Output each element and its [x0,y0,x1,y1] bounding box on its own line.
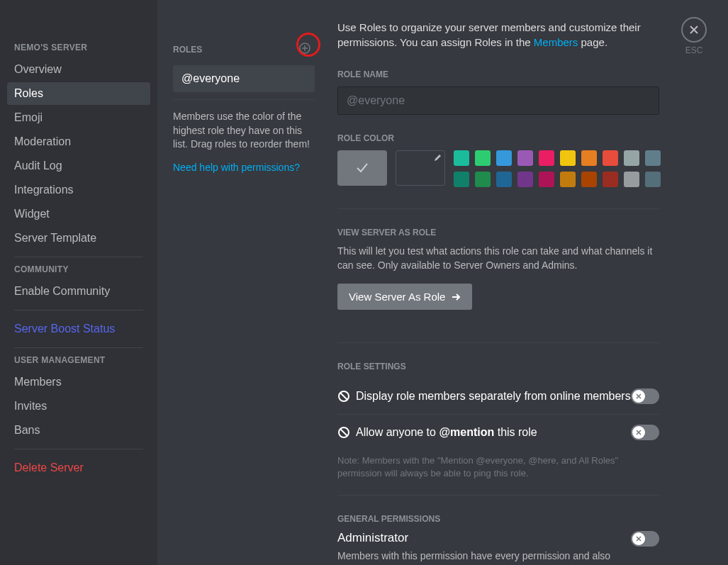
sidebar-item-overview[interactable]: Overview [7,58,150,81]
divider [337,495,659,496]
toggle-knob [632,532,645,545]
prohibited-icon [337,390,350,403]
color-swatch[interactable] [560,150,576,166]
color-swatch[interactable] [560,172,576,187]
setting2-part1: Allow anyone to [356,426,439,438]
role-color-label: ROLE COLOR [337,133,707,143]
sidebar-item-bans[interactable]: Bans [7,419,150,442]
members-link[interactable]: Members [534,36,578,48]
close-icon [688,24,700,35]
setting2-mention: @mention [439,426,494,438]
intro-part2: page. [578,36,607,48]
divider [337,342,659,343]
color-swatch[interactable] [517,150,533,166]
toggle-knob [632,426,645,439]
role-editor-panel: ESC Use Roles to organize your server me… [322,0,728,565]
prohibited-icon [337,426,350,439]
color-swatch[interactable] [645,172,661,187]
community-header: COMMUNITY [7,264,150,280]
role-item-everyone[interactable]: @everyone [173,65,315,92]
color-swatch[interactable] [475,150,491,166]
divider [14,257,143,257]
toggle-display-separately[interactable] [631,388,659,404]
view-as-role-desc: This will let you test what actions this… [337,245,659,272]
divider [14,347,143,348]
color-swatch[interactable] [496,172,512,187]
user-mgmt-header: USER MANAGEMENT [7,355,150,371]
view-btn-label: View Server As Role [349,291,445,303]
divider [173,99,315,100]
divider [337,208,659,209]
permissions-help-link[interactable]: Need help with permissions? [173,162,315,173]
sidebar-item-invites[interactable]: Invites [7,395,150,418]
default-color-swatch[interactable] [337,150,387,186]
permission-administrator-desc: Members with this permission have every … [337,549,631,565]
setting1-label: Display role members separately from onl… [356,390,631,403]
divider [14,310,143,311]
server-name-header: NEMO'S SERVER [7,43,150,58]
toggle-knob [632,390,645,403]
setting-allow-mention: Allow anyone to @mention this role [337,426,537,439]
color-swatch[interactable] [496,150,512,166]
view-as-role-header: VIEW SERVER AS ROLE [337,228,707,237]
roles-hint-text: Members use the color of the highest rol… [173,110,315,152]
sidebar-item-emoji[interactable]: Emoji [7,106,150,129]
check-icon [354,160,370,176]
divider [14,449,143,449]
color-swatch[interactable] [454,172,469,187]
color-swatch[interactable] [603,172,618,187]
sidebar-item-delete-server[interactable]: Delete Server [7,457,150,479]
color-swatch[interactable] [624,150,639,166]
color-grid [454,150,661,187]
sidebar-item-audit-log[interactable]: Audit Log [7,155,150,177]
sidebar-item-widget[interactable]: Widget [7,203,150,225]
sidebar-item-server-boost[interactable]: Server Boost Status [7,318,150,340]
toggle-administrator[interactable] [631,531,659,547]
setting2-note: Note: Members with the "Mention @everyon… [337,454,659,480]
role-name-input[interactable]: @everyone [337,86,659,115]
color-swatch[interactable] [539,172,554,187]
setting2-part2: this role [494,426,537,438]
view-server-as-role-button[interactable]: View Server As Role [337,284,472,310]
roles-column: ROLES @everyone Members use the color of… [157,0,322,565]
general-permissions-header: GENERAL PERMISSIONS [337,514,707,524]
role-settings-header: ROLE SETTINGS [337,362,707,371]
permission-administrator-title: Administrator [337,531,631,545]
settings-sidebar: NEMO'S SERVER Overview Roles Emoji Moder… [0,0,157,565]
color-swatch[interactable] [581,172,597,187]
color-swatch[interactable] [603,150,618,166]
setting-display-separately: Display role members separately from onl… [337,390,631,403]
arrow-right-icon [451,292,461,302]
close-button[interactable] [681,17,707,43]
toggle-allow-mention[interactable] [631,425,659,440]
roles-header: ROLES [173,45,202,55]
custom-color-swatch[interactable] [396,150,445,186]
sidebar-item-roles[interactable]: Roles [7,82,150,105]
color-swatch[interactable] [581,150,597,166]
sidebar-item-integrations[interactable]: Integrations [7,179,150,201]
sidebar-item-enable-community[interactable]: Enable Community [7,280,150,303]
sidebar-item-members[interactable]: Members [7,371,150,393]
color-swatch[interactable] [517,172,533,187]
color-swatch[interactable] [475,172,491,187]
color-swatch[interactable] [539,150,554,166]
color-swatch[interactable] [454,150,469,166]
esc-label: ESC [681,45,707,55]
sidebar-item-server-template[interactable]: Server Template [7,227,150,250]
intro-text: Use Roles to organize your server member… [337,20,707,50]
add-role-icon[interactable] [299,43,310,57]
color-swatch[interactable] [645,150,661,166]
eyedropper-icon [433,154,442,162]
role-name-label: ROLE NAME [337,69,707,79]
color-swatch[interactable] [624,172,639,187]
sidebar-item-moderation[interactable]: Moderation [7,130,150,153]
